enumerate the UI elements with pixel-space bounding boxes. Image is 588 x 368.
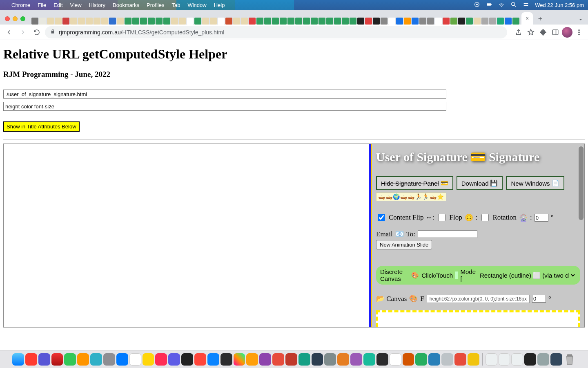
menubar-item-help[interactable]: Help: [214, 2, 225, 8]
pinned-tab[interactable]: [365, 18, 372, 25]
new-tab-button[interactable]: +: [535, 13, 546, 25]
pinned-tab[interactable]: [466, 18, 473, 25]
side-panel-button[interactable]: [550, 27, 561, 38]
menubar-item-window[interactable]: Window: [187, 2, 206, 8]
back-button[interactable]: [3, 27, 15, 38]
bookmark-button[interactable]: [525, 27, 537, 38]
dock-app-calendar[interactable]: [129, 353, 141, 366]
pinned-tab[interactable]: [303, 18, 310, 25]
show-button[interactable]: Show in Title Attributes Below: [3, 121, 80, 132]
pinned-tab[interactable]: [381, 18, 388, 25]
chrome-menu-button[interactable]: [573, 27, 585, 38]
pinned-tab[interactable]: [249, 18, 256, 25]
pinned-tab[interactable]: [419, 18, 426, 25]
pinned-tab[interactable]: [287, 18, 294, 25]
download-button[interactable]: Download 💾: [457, 176, 503, 190]
email-to-input[interactable]: [418, 230, 477, 238]
wifi-icon[interactable]: [498, 1, 505, 9]
dock-app[interactable]: [234, 353, 245, 366]
signature-canvas[interactable]: [376, 310, 580, 327]
menubar-app-name[interactable]: Chrome: [11, 2, 30, 8]
dock-app[interactable]: [363, 353, 375, 366]
pinned-tab[interactable]: [156, 18, 163, 25]
pinned-tab[interactable]: [210, 18, 217, 25]
pinned-tab[interactable]: [94, 18, 100, 25]
dock-app[interactable]: [337, 353, 349, 366]
content-flip-checkbox[interactable]: [378, 214, 385, 221]
dock-app[interactable]: [537, 353, 549, 366]
dock-app[interactable]: [312, 353, 323, 366]
pinned-tab[interactable]: [70, 18, 77, 25]
relative-url-input[interactable]: [3, 90, 446, 99]
menubar-item-edit[interactable]: Edit: [53, 2, 62, 8]
panel-scrollbar[interactable]: [579, 146, 584, 325]
pinned-tab[interactable]: [272, 18, 279, 25]
dock-app[interactable]: [499, 353, 510, 366]
canvas-degrees-input[interactable]: [532, 295, 546, 303]
menubar-clock[interactable]: Wed 22 Jun 2:56 pm: [535, 2, 584, 8]
pinned-tab[interactable]: [117, 18, 124, 25]
dock-app[interactable]: [486, 353, 497, 366]
pinned-tab[interactable]: [373, 18, 380, 25]
dock-app[interactable]: [468, 353, 479, 366]
pinned-tab[interactable]: [202, 18, 209, 25]
dock-app[interactable]: [90, 353, 102, 366]
dock-app[interactable]: [143, 353, 154, 366]
pinned-tab[interactable]: [311, 18, 318, 25]
pinned-tab[interactable]: [179, 18, 186, 25]
menubar-item-tab[interactable]: Tab: [172, 2, 180, 8]
spotlight-icon[interactable]: [510, 1, 517, 9]
pinned-tab[interactable]: [148, 18, 155, 25]
forward-button[interactable]: [17, 27, 29, 38]
tab-overflow-button[interactable]: [576, 15, 586, 25]
dock-app[interactable]: [246, 353, 258, 366]
pinned-tab[interactable]: [435, 18, 442, 25]
dock-app[interactable]: [550, 353, 562, 366]
dock-app[interactable]: [511, 353, 523, 366]
pinned-tab[interactable]: [62, 18, 69, 25]
pinned-tab[interactable]: [357, 18, 364, 25]
new-windows-button[interactable]: New Windows 📄: [506, 176, 564, 190]
pinned-tab[interactable]: [225, 18, 232, 25]
rotation-degrees-input[interactable]: [535, 214, 548, 222]
rotation-checkbox[interactable]: [481, 214, 489, 221]
pinned-tab[interactable]: [412, 18, 419, 25]
pinned-tab[interactable]: [280, 18, 287, 25]
dock-app[interactable]: [207, 353, 219, 366]
pinned-tab[interactable]: [101, 18, 108, 25]
dock-app[interactable]: [38, 353, 50, 366]
emoji-strip[interactable]: 🛶🛶🌍🛶🛶🏃🏃🛶⭐: [376, 193, 446, 201]
dock-app[interactable]: [350, 353, 362, 366]
dock-app[interactable]: [64, 353, 76, 366]
window-minimize-button[interactable]: [13, 16, 18, 21]
pinned-tab[interactable]: [458, 18, 465, 25]
dock-app[interactable]: [454, 353, 466, 366]
dock-app[interactable]: [77, 353, 89, 366]
pinned-tab[interactable]: [396, 18, 403, 25]
active-tab[interactable]: ×: [521, 12, 533, 25]
pinned-tab[interactable]: [39, 18, 46, 25]
canvas-area[interactable]: [4, 144, 369, 327]
dock-app[interactable]: [155, 353, 167, 366]
pinned-tab[interactable]: [218, 18, 225, 25]
pinned-tab[interactable]: [86, 18, 93, 25]
dock-app[interactable]: [259, 353, 271, 366]
battery-icon[interactable]: [486, 1, 492, 9]
share-button[interactable]: [513, 27, 524, 38]
dock-app[interactable]: [220, 353, 232, 366]
menubar-item-file[interactable]: File: [38, 2, 46, 8]
dock-app[interactable]: [285, 353, 297, 366]
dock-app[interactable]: [524, 353, 536, 366]
pinned-tab[interactable]: [47, 18, 54, 25]
dock-app[interactable]: [428, 353, 440, 366]
pinned-tab[interactable]: [404, 18, 411, 25]
pinned-tab[interactable]: [125, 18, 131, 25]
pinned-tab[interactable]: [264, 18, 271, 25]
dock-app[interactable]: [51, 353, 63, 366]
pinned-tab[interactable]: [497, 18, 504, 25]
pinned-tab[interactable]: [334, 18, 341, 25]
css-properties-input[interactable]: [3, 102, 446, 111]
window-zoom-button[interactable]: [20, 16, 25, 21]
dock-app[interactable]: [194, 353, 206, 366]
dock-app[interactable]: [298, 353, 310, 366]
